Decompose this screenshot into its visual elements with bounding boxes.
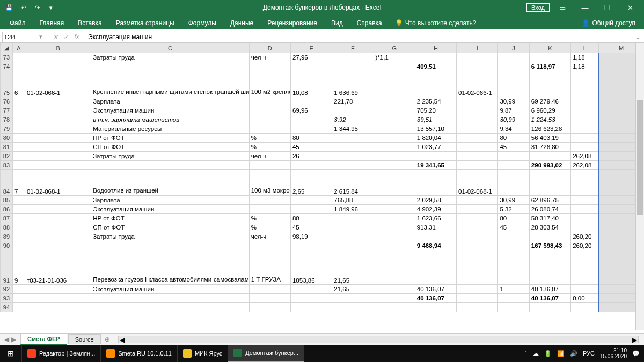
cell[interactable] xyxy=(249,303,290,312)
row-header[interactable]: 77 xyxy=(1,106,13,115)
cell[interactable] xyxy=(457,250,498,285)
cell[interactable]: 262,08 xyxy=(571,152,599,161)
cell[interactable] xyxy=(374,71,415,97)
row-header[interactable]: 94 xyxy=(1,303,13,312)
tab-file[interactable]: Файл xyxy=(3,17,32,29)
cell[interactable]: 1 xyxy=(498,285,529,294)
table-row[interactable]: 79Материальные ресурсы1 344,9513 557,109… xyxy=(1,124,644,134)
sheet-tab-active[interactable]: Смета ФЕР xyxy=(20,334,67,345)
cell[interactable]: 705,20 xyxy=(415,106,456,115)
cell[interactable] xyxy=(571,97,599,106)
cell[interactable] xyxy=(249,294,290,303)
table-row[interactable]: 87НР от ФОТ%801 623,668050 317,40 xyxy=(1,214,644,223)
cell[interactable] xyxy=(415,152,456,161)
cell[interactable] xyxy=(457,124,498,134)
table-row[interactable]: 82Затраты трудачел-ч26262,08 xyxy=(1,152,644,161)
name-box[interactable]: C44 ▾ xyxy=(2,32,45,42)
cell[interactable] xyxy=(498,170,529,196)
cell[interactable] xyxy=(457,62,498,71)
cell[interactable] xyxy=(249,106,290,115)
cell[interactable]: 7 xyxy=(12,170,25,196)
cell[interactable] xyxy=(249,62,290,71)
qat-dropdown-icon[interactable]: ▾ xyxy=(45,2,57,13)
cell[interactable]: чел-ч xyxy=(249,232,290,241)
cell[interactable] xyxy=(529,53,570,62)
cell[interactable] xyxy=(12,285,25,294)
cell[interactable] xyxy=(332,232,374,241)
cell[interactable] xyxy=(571,250,599,285)
cell[interactable]: Затраты труда xyxy=(91,53,250,62)
cell[interactable] xyxy=(12,294,25,303)
cell[interactable] xyxy=(12,143,25,152)
cell[interactable] xyxy=(571,223,599,232)
table-row[interactable]: 84701-02-068-1Водоотлив из траншей100 м3… xyxy=(1,170,644,196)
battery-icon[interactable]: 🔋 xyxy=(544,350,552,357)
cell[interactable] xyxy=(415,170,456,196)
cell[interactable] xyxy=(332,143,374,152)
cell[interactable]: СП от ФОТ xyxy=(91,143,250,152)
cell[interactable]: 290 993,02 xyxy=(529,161,570,170)
cell[interactable] xyxy=(415,250,456,285)
cell[interactable]: 1853,86 xyxy=(290,250,332,285)
cell[interactable]: Крепление инвентарными щитами стенок тра… xyxy=(91,71,250,97)
cell[interactable] xyxy=(249,196,290,205)
cell[interactable] xyxy=(457,161,498,170)
cell[interactable]: 26 080,74 xyxy=(529,205,570,214)
cell[interactable]: 3,92 xyxy=(332,115,374,124)
cell[interactable] xyxy=(374,134,415,143)
cell[interactable] xyxy=(498,152,529,161)
grid-area[interactable]: ◢ A B C D E F G H I J K L M 73Затраты тр… xyxy=(0,43,644,330)
sheet-tab[interactable]: Source xyxy=(68,334,101,344)
tab-home[interactable]: Главная xyxy=(33,17,71,29)
cell[interactable]: 1 623,66 xyxy=(415,214,456,223)
cell[interactable]: 260,20 xyxy=(571,232,599,241)
cell[interactable] xyxy=(571,106,599,115)
cell[interactable]: 9 xyxy=(12,250,25,285)
cell[interactable] xyxy=(415,71,456,97)
col-header[interactable]: E xyxy=(290,43,332,53)
cell[interactable]: Эксплуатация машин xyxy=(91,285,250,294)
wifi-icon[interactable]: 📶 xyxy=(557,350,565,357)
ribbon-options-icon[interactable]: ▭ xyxy=(553,4,572,12)
table-row[interactable]: 92Эксплуатация машин21,6540 136,07140 13… xyxy=(1,285,644,294)
tray-chevron-icon[interactable]: ˄ xyxy=(524,350,528,357)
table-row[interactable]: 85Зарплата765,882 029,5830,9962 896,75 xyxy=(1,196,644,205)
table-row[interactable]: 88СП от ФОТ%45913,314528 303,54 xyxy=(1,223,644,232)
cell[interactable]: 01-02-066-1 xyxy=(457,71,498,97)
cell[interactable]: 69 279,46 xyxy=(529,97,570,106)
minimize-icon[interactable]: — xyxy=(575,4,595,12)
cell[interactable]: 2 235,54 xyxy=(415,97,456,106)
cell[interactable] xyxy=(290,285,332,294)
cell[interactable]: 80 xyxy=(290,214,332,223)
cell[interactable] xyxy=(12,62,25,71)
cell[interactable] xyxy=(571,143,599,152)
cell[interactable] xyxy=(571,170,599,196)
cell[interactable] xyxy=(290,62,332,71)
cell[interactable] xyxy=(571,134,599,143)
cell[interactable] xyxy=(249,97,290,106)
row-header[interactable]: 93 xyxy=(1,294,13,303)
volume-icon[interactable]: 🔊 xyxy=(570,350,577,357)
cell[interactable] xyxy=(25,143,91,152)
table-row[interactable]: 909 468,94167 598,43260,20 xyxy=(1,241,644,250)
cell[interactable]: Затраты труда xyxy=(91,232,250,241)
cell[interactable] xyxy=(374,303,415,312)
cell[interactable] xyxy=(498,62,529,71)
cell[interactable]: 21,65 xyxy=(332,285,374,294)
cell[interactable]: 100 м2 креплений xyxy=(249,71,290,97)
row-header[interactable]: 83 xyxy=(1,161,13,170)
redo-icon[interactable]: ↷ xyxy=(31,2,43,13)
cell[interactable]: 2 029,58 xyxy=(415,196,456,205)
cell[interactable] xyxy=(374,241,415,250)
cell[interactable]: 1,18 xyxy=(571,62,599,71)
cell[interactable] xyxy=(91,294,250,303)
table-row[interactable]: 9340 136,0740 136,070,00 xyxy=(1,294,644,303)
cell[interactable] xyxy=(12,134,25,143)
cancel-formula-icon[interactable]: ✕ xyxy=(50,33,60,41)
vertical-scrollbar[interactable] xyxy=(635,43,644,330)
cell[interactable] xyxy=(249,124,290,134)
taskbar-app[interactable]: Smeta.RU 10.1.0.11 xyxy=(100,345,177,362)
cell[interactable] xyxy=(374,223,415,232)
cell[interactable] xyxy=(91,241,250,250)
cell[interactable]: 21,65 xyxy=(332,250,374,285)
